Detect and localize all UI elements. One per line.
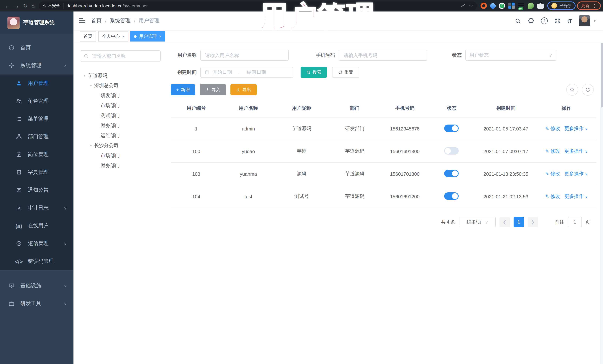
sidebar-item-depts[interactable]: 部门管理 [0,128,73,146]
dept-search-input[interactable] [91,53,157,59]
reset-button[interactable]: 重置 [332,67,359,78]
status-toggle[interactable] [444,170,459,177]
tree-node[interactable]: 市场部门 [80,100,167,110]
app-logo[interactable]: 芋道管理系统 [0,11,73,34]
extension-on-icon[interactable]: on [518,3,524,9]
sidebar-item-online-users[interactable]: (a) 在线用户 [0,217,73,235]
home-icon[interactable]: ⌂ [31,3,35,9]
extension-green-icon[interactable]: Y [499,3,505,9]
github-icon[interactable] [528,17,534,24]
username-input[interactable] [204,52,285,58]
status-toggle[interactable] [444,124,459,132]
security-indicator[interactable]: ⚠ 不安全 [42,3,60,9]
page-size-select[interactable]: 10条/页 ∨ [459,217,496,227]
tree-node[interactable]: 测试部门 [80,110,167,121]
extension-gem-icon[interactable] [489,2,497,10]
reload-icon[interactable]: ↻ [23,3,28,9]
sidebar-item-sms[interactable]: 短信管理 ∨ [0,235,73,253]
tree-node[interactable]: 财务部门 [80,121,167,131]
add-button[interactable]: + 新增 [171,84,195,95]
key-icon[interactable] [461,3,466,8]
tree-node[interactable]: ▾深圳总公司 [80,80,167,90]
current-page-button[interactable]: 1 [514,217,524,227]
date-end-placeholder[interactable]: 结束日期 [247,69,266,76]
prev-page-button[interactable]: ❮ [499,217,510,227]
address-bar[interactable]: ⚠ 不安全 dashboard.yudao.iocoder.cn/system/… [38,1,477,10]
sidebar-item-users[interactable]: 用户管理 [0,75,73,92]
search-button[interactable]: 搜索 [301,67,327,78]
more-actions-link[interactable]: 更多操作 ∨ [564,126,588,131]
extensions-puzzle-icon[interactable] [537,3,544,9]
breadcrumb-home[interactable]: 首页 [91,17,102,24]
tab-home[interactable]: 首页 [80,31,96,42]
dept-search-box[interactable] [80,50,161,62]
fullscreen-icon[interactable] [554,18,561,24]
sidebar-item-roles[interactable]: 角色管理 [0,92,73,110]
sidebar-item-notices[interactable]: 通知公告 [0,181,73,199]
show-search-icon-button[interactable] [566,84,578,96]
extension-leaf-icon[interactable] [528,3,534,9]
sidebar-item-menus[interactable]: 菜单管理 [0,110,73,128]
collapse-sidebar-icon[interactable] [79,18,85,23]
breadcrumb-system[interactable]: 系统管理 [110,17,131,24]
sidebar-item-audit-log[interactable]: 审计日志 ∨ [0,199,73,217]
edit-link[interactable]: ✎ 修改 [545,126,560,131]
username-label: 用户名称 [171,52,200,59]
date-start-placeholder[interactable]: 开始日期 [213,69,232,76]
close-icon[interactable]: × [122,34,125,39]
tree-node[interactable]: ▾长沙分公司 [80,141,167,151]
extension-orange-icon[interactable] [481,3,487,9]
tree-node[interactable]: 研发部门 [80,90,167,100]
browser-update-button[interactable]: 更新 ⋮ [577,1,601,10]
edit-link[interactable]: ✎ 修改 [545,171,560,176]
sidebar-item-dicts[interactable]: 字典管理 [0,164,73,181]
status-select[interactable]: 用户状态 ∨ [465,50,556,61]
sidebar-item-infrastructure[interactable]: 基础设施 ∨ [0,277,73,295]
next-page-button[interactable]: ❯ [528,217,538,227]
goto-page-input[interactable] [568,217,582,227]
tree-expand-icon[interactable]: ▾ [81,73,88,77]
tree-expand-icon[interactable]: ▾ [88,83,94,88]
profile-paused-badge[interactable]: 已暂停 [547,1,576,10]
date-range-picker[interactable]: 开始日期 - 结束日期 [200,67,293,78]
more-actions-link[interactable]: 更多操作 ∨ [564,194,588,199]
cell-mobile: 15601691200 [382,185,428,208]
extension-grid-icon[interactable] [508,3,515,9]
tree-node[interactable]: 财务部门 [80,161,167,170]
export-button[interactable]: 导出 [231,84,257,95]
tab-user-management[interactable]: 用户管理 × [130,31,165,42]
tree-node[interactable]: 市场部门 [80,151,167,161]
tab-profile[interactable]: 个人中心 × [98,31,128,42]
font-size-icon[interactable]: tT [567,18,572,24]
back-icon[interactable]: ← [4,3,10,9]
status-toggle[interactable] [444,192,459,200]
bookmark-star-icon[interactable]: ☆ [469,3,473,9]
more-actions-link[interactable]: 更多操作 ∨ [564,148,588,154]
refresh-table-button[interactable] [582,84,594,96]
import-button[interactable]: 导入 [200,84,226,95]
mobile-input[interactable] [343,52,423,58]
status-toggle[interactable] [444,147,459,154]
tree-node[interactable]: 运维部门 [80,131,167,141]
tree-expand-icon[interactable]: ▾ [88,143,94,147]
url-text[interactable]: dashboard.yudao.iocoder.cn/system/user [67,3,148,8]
avatar-caret-icon[interactable]: ▾ [594,19,596,23]
search-icon[interactable] [515,18,521,24]
sidebar-item-posts[interactable]: 岗位管理 [0,146,73,164]
user-avatar[interactable] [579,15,590,26]
more-actions-link[interactable]: 更多操作 ∨ [564,171,588,176]
sidebar-item-error-codes[interactable]: </> 错误码管理 [0,253,73,270]
forward-icon[interactable]: → [14,3,19,9]
sidebar-item-dev-tools[interactable]: 研发工具 ∨ [0,295,73,312]
page-scrollbar[interactable] [600,11,603,364]
close-icon[interactable]: × [159,34,162,39]
tree-node[interactable]: ▾芋道源码 [80,70,167,80]
edit-link[interactable]: ✎ 修改 [545,194,560,199]
edit-link[interactable]: ✎ 修改 [545,148,560,154]
browser-menu-icon[interactable]: ⋮ [592,3,597,8]
help-icon[interactable]: ? [541,17,548,24]
username-field[interactable] [200,50,289,61]
sidebar-item-system[interactable]: 系统管理 ∧ [0,57,73,75]
sidebar-item-home[interactable]: 首页 [0,39,73,57]
mobile-field[interactable] [339,50,427,61]
